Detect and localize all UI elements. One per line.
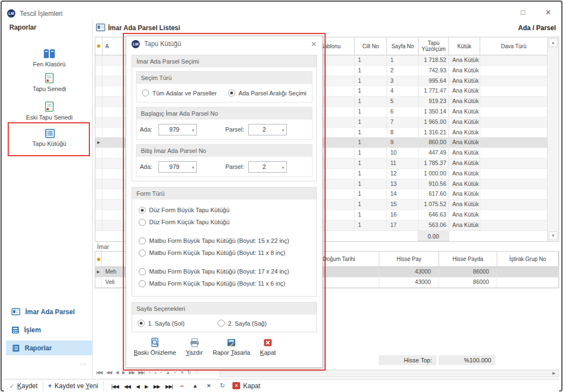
radio-option[interactable]: 2. Sayfa (Sağ) — [215, 317, 269, 329]
navigator-insert-icon[interactable]: + — [149, 370, 151, 375]
refresh-icon[interactable]: ↻ — [220, 382, 225, 389]
cancel-edit-icon[interactable]: ✕ — [207, 383, 211, 389]
navigator-delete-icon[interactable]: − — [160, 370, 162, 375]
cell: Ana Kütük — [449, 128, 480, 138]
radio-option[interactable]: Matbu Form Küçük Tapu Kütüğü (Boyut: 11 … — [137, 247, 312, 259]
print-button[interactable]: Yazdır — [186, 338, 203, 356]
radio-checked-icon[interactable] — [138, 320, 145, 327]
prior-record-icon[interactable]: ◀ — [136, 384, 139, 389]
radio-option[interactable]: Tüm Adalar ve Parseller — [140, 87, 226, 99]
parsel-end-dropdown[interactable]: 2▾ — [248, 161, 287, 173]
column-header[interactable]: Cilt No — [355, 37, 387, 55]
owners-tab-fragment[interactable]: İmar — [97, 243, 109, 250]
navigator-refresh-icon[interactable]: ↻ — [187, 370, 191, 375]
sidebar-item-tapu-senedi[interactable]: Tapu Senedi — [6, 73, 93, 92]
radio-icon[interactable] — [139, 219, 146, 226]
report-design-button[interactable]: Rapor Tasarla — [213, 338, 250, 356]
sidebar-item-imar-ada-parsel[interactable]: İmar Ada Parsel — [6, 304, 93, 319]
navigator-prev-icon[interactable]: ◀ — [116, 370, 118, 375]
share-total-value: %100.000 — [439, 355, 496, 365]
radio-option[interactable]: Düz Form Küçük Tapu Kütüğü — [137, 216, 312, 228]
dialog-close-icon[interactable]: ✕ — [311, 40, 317, 48]
navigator-prev-page-icon[interactable]: ◀◀ — [106, 370, 111, 375]
registry-book-icon — [44, 129, 55, 138]
radio-icon[interactable] — [139, 237, 146, 245]
column-header[interactable]: Doğum Tarihi — [320, 252, 379, 266]
radio-checked-icon[interactable] — [228, 89, 235, 96]
sidebar-item-islem[interactable]: İşlem — [6, 322, 93, 337]
navigator-last-icon[interactable]: ▶▶| — [138, 370, 144, 375]
print-preview-button[interactable]: Baskı Önizleme — [134, 338, 176, 356]
row-indicator-icon — [97, 258, 100, 261]
radio-option[interactable]: Matbu Form Büyük Tapu Kütüğü (Boyut: 15 … — [137, 235, 312, 247]
scroll-right-icon[interactable]: ▶ — [550, 371, 558, 376]
scroll-up-icon[interactable]: ▲ — [549, 38, 558, 47]
column-header[interactable]: Sayfa No — [387, 37, 419, 55]
cell — [480, 158, 548, 168]
column-header[interactable]: Tapu Yüzölçüm — [419, 37, 449, 55]
radio-option[interactable]: Matbu Form Büyük Tapu Kütüğü (Boyut: 17 … — [137, 265, 312, 277]
sidebar-item-raporlar[interactable]: Raporlar — [6, 340, 93, 355]
last-record-icon[interactable]: ▶▶| — [166, 384, 173, 389]
next-page-icon[interactable]: ▶▶ — [153, 384, 160, 389]
prior-page-icon[interactable]: ◀◀ — [124, 384, 130, 389]
navigator-append-icon[interactable]: ± — [154, 370, 156, 375]
radio-option[interactable]: 1. Sayfa (Sol) — [135, 317, 215, 329]
cell — [480, 117, 548, 127]
close-window-button[interactable]: ✕ — [543, 8, 553, 16]
navigator-edit-icon[interactable]: ▲ — [166, 370, 169, 375]
navigator-cancel-icon[interactable]: ✕ — [180, 370, 184, 375]
column-header[interactable] — [95, 37, 103, 55]
radio-checked-icon[interactable] — [139, 207, 146, 214]
column-header[interactable]: Hisse Payda — [439, 252, 497, 266]
vertical-scrollbar[interactable]: ▲ ▼ — [547, 37, 559, 241]
cell: 10 — [387, 148, 419, 158]
radio-option[interactable]: Düz Form Büyük Tapu Kütüğü — [137, 204, 312, 216]
parsel-start-dropdown[interactable]: 2▾ — [248, 124, 287, 135]
delete-record-icon[interactable]: − — [180, 382, 184, 390]
column-header[interactable]: İştirak Grup No — [497, 252, 559, 266]
scroll-down-icon[interactable]: ▼ — [549, 231, 558, 240]
group-header: Bitiş İmar Ada Parsel No — [137, 145, 312, 157]
radio-option[interactable]: Ada Parsel Aralığı Seçimi — [226, 87, 309, 99]
edit-record-icon[interactable]: ▲ — [192, 383, 198, 389]
sidebar-item-fen-klasoru[interactable]: Fen Klasörü — [6, 49, 93, 67]
navigator-first-icon[interactable]: |◀◀ — [96, 370, 102, 375]
maximize-button[interactable]: □ — [518, 8, 528, 16]
sidebar-more[interactable]: ... — [80, 359, 87, 366]
ada-start-dropdown[interactable]: 979▾ — [158, 124, 197, 135]
navigator-post-icon[interactable]: ✓ — [173, 370, 177, 375]
radio-icon[interactable] — [139, 249, 146, 257]
save-button[interactable]: ✓Kaydet — [9, 382, 38, 390]
sidebar-header: Raporlar — [9, 24, 36, 31]
radio-icon[interactable] — [139, 268, 146, 275]
radio-icon[interactable] — [139, 280, 146, 287]
column-header[interactable]: Hisse Pay — [379, 252, 439, 266]
ada-end-dropdown[interactable]: 979▾ — [158, 161, 197, 173]
radio-label: Düz Form Küçük Tapu Kütüğü — [149, 219, 230, 225]
close-form-button[interactable]: Kapat — [243, 382, 260, 390]
dialog-close-button[interactable]: Kapat — [260, 338, 276, 356]
column-header[interactable]: Dava Türü — [480, 37, 548, 55]
cell: 43000 — [379, 277, 439, 287]
sidebar-item-tapu-kutugu[interactable]: Tapu Kütüğü — [6, 129, 93, 147]
sidebar-item-eski-tapu-senedi[interactable]: Eski Tapu Senedi — [6, 101, 93, 121]
cell: 447.49 — [419, 148, 449, 158]
books-icon — [43, 49, 56, 59]
column-header[interactable]: Kütük — [449, 37, 480, 55]
navigator-back-icon[interactable]: ◁ — [194, 370, 197, 375]
first-record-icon[interactable]: |◀◀ — [111, 384, 118, 389]
cell: 910.56 — [419, 179, 449, 189]
navigator-next-icon[interactable]: ▶ — [122, 370, 125, 375]
save-and-new-button[interactable]: +Kaydet ve Yeni — [48, 382, 98, 390]
radio-icon[interactable] — [142, 89, 149, 96]
navigator-next-page-icon[interactable]: ▶▶ — [129, 370, 134, 375]
column-header[interactable] — [95, 252, 102, 266]
radio-icon[interactable] — [218, 320, 225, 327]
close-form-icon[interactable]: ✕ — [232, 382, 240, 389]
horizontal-scrollbar[interactable]: ▶ — [220, 370, 559, 377]
next-record-icon[interactable]: ▶ — [145, 384, 148, 389]
cell: 13 — [387, 179, 419, 189]
radio-option[interactable]: Matbu Form Küçük Tapu Kütüğü (Boyut: 11 … — [137, 277, 312, 289]
bottom-strip: |◀◀◀◀◀▶▶▶▶▶|+±−▲✓✕↻◁ ▶ — [95, 369, 559, 378]
